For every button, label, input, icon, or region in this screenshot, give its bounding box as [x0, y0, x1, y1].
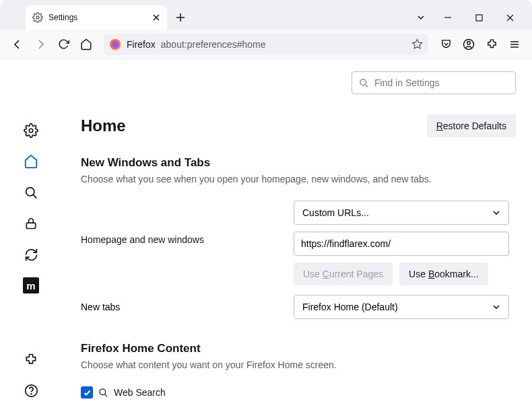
- main-pane: Find in Settings Home Restore Defaults N…: [62, 59, 532, 416]
- account-button[interactable]: [458, 34, 479, 55]
- search-icon: [359, 78, 369, 88]
- reload-button[interactable]: [53, 34, 74, 55]
- browser-tab-settings[interactable]: Settings: [26, 5, 167, 30]
- new-tab-button[interactable]: [171, 8, 190, 27]
- svg-point-8: [26, 187, 34, 195]
- checkbox-checked-icon[interactable]: [81, 386, 93, 398]
- back-button[interactable]: [7, 34, 28, 55]
- chevron-down-icon: [492, 303, 500, 311]
- url-text: about:preferences#home: [161, 39, 406, 50]
- homepage-mode-dropdown[interactable]: Custom URLs...: [294, 201, 509, 225]
- gear-icon: [24, 123, 38, 138]
- maximize-button[interactable]: [463, 7, 494, 28]
- svg-point-12: [360, 79, 366, 85]
- tab-bar: Settings: [0, 0, 532, 30]
- settings-search-input[interactable]: Find in Settings: [352, 71, 516, 94]
- dropdown-value: Custom URLs...: [302, 207, 369, 218]
- category-sidebar: m: [0, 59, 62, 416]
- svg-point-11: [31, 393, 32, 394]
- sync-icon: [24, 248, 38, 262]
- svg-rect-9: [26, 223, 35, 228]
- tabs-dropdown-button[interactable]: [409, 13, 432, 22]
- sidebar-item-sync[interactable]: [18, 241, 44, 268]
- mozilla-icon: m: [23, 277, 39, 293]
- svg-point-3: [112, 41, 119, 48]
- sidebar-item-general[interactable]: [18, 117, 44, 144]
- minimize-button[interactable]: [432, 7, 463, 28]
- search-icon: [98, 388, 108, 398]
- svg-point-6: [467, 41, 471, 44]
- window-controls: [409, 5, 528, 30]
- svg-point-0: [36, 16, 39, 19]
- restore-defaults-button[interactable]: Restore Defaults: [427, 114, 516, 137]
- home-icon: [24, 154, 38, 169]
- websearch-checkbox-row[interactable]: Web Search: [81, 386, 516, 398]
- newtabs-dropdown[interactable]: Firefox Home (Default): [294, 295, 509, 319]
- chevron-down-icon: [492, 209, 500, 217]
- puzzle-icon: [24, 353, 38, 366]
- search-placeholder: Find in Settings: [374, 77, 440, 88]
- firefox-logo-icon: [109, 38, 121, 50]
- forward-button[interactable]: [30, 34, 51, 55]
- url-bar[interactable]: Firefox about:preferences#home: [104, 34, 428, 55]
- pocket-button[interactable]: [435, 34, 457, 55]
- section-title-home-content: Firefox Home Content: [81, 342, 516, 355]
- section-desc-new-windows: Choose what you see when you open your h…: [81, 174, 516, 184]
- navigation-toolbar: Firefox about:preferences#home: [0, 30, 532, 59]
- use-current-pages-button[interactable]: Use Current Pages: [294, 263, 393, 285]
- sidebar-item-privacy[interactable]: [18, 210, 44, 237]
- appmenu-button[interactable]: [504, 34, 525, 55]
- sidebar-item-home[interactable]: [18, 148, 44, 175]
- preferences-content: m Find in Settings Home Restore Defaults…: [0, 59, 532, 416]
- tab-title: Settings: [48, 13, 77, 22]
- home-button[interactable]: [75, 34, 97, 55]
- dropdown-value: Firefox Home (Default): [302, 302, 398, 312]
- svg-point-7: [29, 129, 33, 133]
- section-title-new-windows: New Windows and Tabs: [81, 156, 516, 170]
- websearch-label: Web Search: [114, 387, 166, 398]
- svg-point-13: [100, 388, 106, 394]
- identity-label: Firefox: [127, 39, 156, 50]
- page-title: Home: [81, 116, 126, 135]
- close-tab-icon[interactable]: [152, 13, 160, 22]
- sidebar-item-support[interactable]: [18, 377, 44, 404]
- use-bookmark-button[interactable]: Use Bookmark...: [399, 263, 488, 285]
- close-window-button[interactable]: [494, 7, 525, 28]
- search-icon: [24, 186, 38, 200]
- bookmark-star-icon[interactable]: [411, 38, 423, 50]
- sidebar-item-search[interactable]: [18, 179, 44, 206]
- homepage-url-input[interactable]: [294, 232, 509, 256]
- lock-icon: [24, 216, 38, 231]
- sidebar-item-more-mozilla[interactable]: m: [18, 272, 44, 299]
- newtabs-label: New tabs: [81, 302, 283, 312]
- gear-icon: [32, 12, 43, 23]
- homepage-label: Homepage and new windows: [81, 201, 283, 245]
- question-icon: [24, 384, 38, 398]
- svg-rect-1: [476, 15, 482, 21]
- svg-marker-4: [412, 39, 422, 48]
- section-desc-home-content: Choose what content you want on your Fir…: [81, 359, 516, 370]
- sidebar-item-extensions[interactable]: [18, 346, 44, 373]
- extensions-button[interactable]: [481, 34, 502, 55]
